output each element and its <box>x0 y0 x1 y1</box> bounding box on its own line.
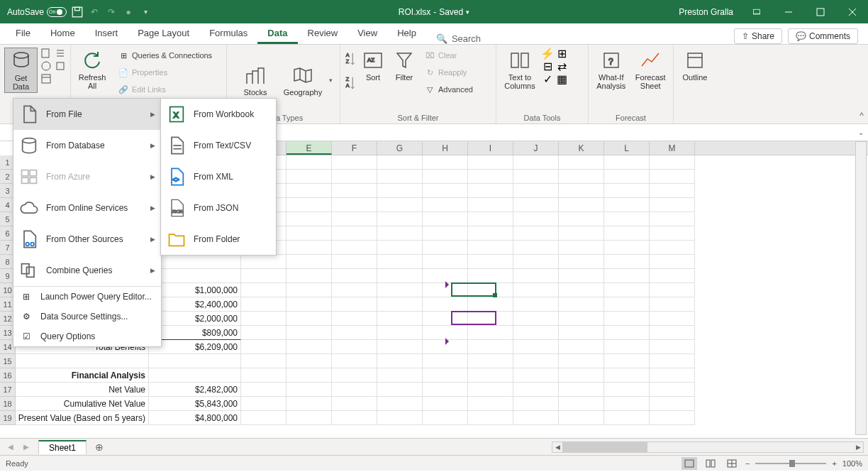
autosave-toggle[interactable]: AutoSave On <box>7 7 67 17</box>
cell[interactable] <box>241 383 286 397</box>
cell[interactable] <box>513 383 559 397</box>
menu-from-other[interactable]: From Other Sources▶ <box>13 224 161 255</box>
cell[interactable] <box>468 269 513 283</box>
zoom-level[interactable]: 100% <box>842 459 862 468</box>
cell[interactable] <box>241 283 286 297</box>
filter-button[interactable]: Filter <box>390 48 418 83</box>
zoom-out-button[interactable]: − <box>745 459 750 468</box>
normal-view-button[interactable] <box>681 457 697 470</box>
tab-data[interactable]: Data <box>257 23 297 44</box>
cell[interactable] <box>604 198 650 212</box>
consolidate-icon[interactable]: ⊞ <box>556 48 567 59</box>
cell[interactable] <box>604 368 650 383</box>
cell[interactable] <box>468 155 513 170</box>
cell[interactable] <box>650 226 695 241</box>
refresh-all-button[interactable]: Refresh All <box>75 48 109 92</box>
cell[interactable] <box>286 383 332 397</box>
cell[interactable] <box>604 340 650 354</box>
cell[interactable] <box>286 297 332 312</box>
cell[interactable] <box>377 368 423 383</box>
cell[interactable] <box>241 368 286 383</box>
remove-duplicates-icon[interactable]: ⊟ <box>542 60 553 72</box>
cell[interactable] <box>377 241 423 255</box>
cell[interactable]: $6,209,000 <box>149 340 241 354</box>
cell[interactable] <box>559 368 604 383</box>
tab-view[interactable]: View <box>347 23 387 44</box>
cell[interactable] <box>559 397 604 411</box>
cell[interactable] <box>513 226 559 241</box>
cell[interactable] <box>377 340 423 354</box>
get-data-button[interactable]: Get Data <box>4 48 38 93</box>
cell[interactable] <box>423 368 468 383</box>
cell[interactable] <box>604 226 650 241</box>
cell[interactable] <box>650 383 695 397</box>
cell[interactable] <box>332 226 377 241</box>
cell[interactable] <box>559 198 604 212</box>
formula-expand-icon[interactable]: ⌄ <box>858 128 864 136</box>
cell[interactable] <box>241 354 286 368</box>
cell[interactable] <box>286 241 332 255</box>
submenu-from-workbook[interactable]: X From Workbook <box>161 99 277 130</box>
cell[interactable] <box>468 170 513 184</box>
cell[interactable]: $4,800,000 <box>149 411 241 425</box>
cell[interactable] <box>468 283 513 297</box>
cell[interactable] <box>332 397 377 411</box>
share-button[interactable]: ⇧Share <box>734 28 782 44</box>
sheet-nav-prev[interactable]: ◀ <box>4 443 17 451</box>
cell[interactable] <box>377 184 423 198</box>
cell[interactable] <box>149 269 241 283</box>
cell[interactable] <box>423 184 468 198</box>
cell[interactable] <box>377 354 423 368</box>
cell[interactable] <box>286 155 332 170</box>
cell[interactable] <box>604 383 650 397</box>
cell[interactable]: $5,843,000 <box>149 397 241 411</box>
cell[interactable] <box>423 255 468 269</box>
saved-label[interactable]: Saved <box>439 7 463 17</box>
cell[interactable] <box>468 383 513 397</box>
stocks-button[interactable]: Stocks <box>234 62 277 98</box>
cell[interactable] <box>604 155 650 170</box>
submenu-from-json[interactable]: JSON From JSON <box>161 192 277 224</box>
cell[interactable] <box>286 170 332 184</box>
cell[interactable] <box>468 198 513 212</box>
submenu-from-folder[interactable]: From Folder <box>161 224 277 255</box>
cell[interactable] <box>332 155 377 170</box>
sort-za-icon[interactable]: ZA <box>345 72 356 94</box>
cell[interactable] <box>468 184 513 198</box>
cell[interactable] <box>377 155 423 170</box>
cell[interactable] <box>468 368 513 383</box>
cell[interactable] <box>286 326 332 340</box>
cell[interactable] <box>604 170 650 184</box>
cell[interactable] <box>468 397 513 411</box>
cell[interactable] <box>332 170 377 184</box>
cell[interactable] <box>513 283 559 297</box>
cell[interactable] <box>513 212 559 226</box>
column-header[interactable]: J <box>513 141 559 155</box>
cell[interactable] <box>377 397 423 411</box>
scrollbar-thumb[interactable] <box>562 442 647 452</box>
cell[interactable] <box>650 326 695 340</box>
datatypes-more-icon[interactable]: ▾ <box>329 77 333 84</box>
cell[interactable] <box>468 226 513 241</box>
ribbon-display-icon[interactable] <box>740 0 772 23</box>
cell[interactable] <box>513 411 559 425</box>
cell[interactable] <box>513 269 559 283</box>
cell[interactable] <box>286 198 332 212</box>
cell[interactable]: $2,000,000 <box>149 312 241 326</box>
undo-icon[interactable]: ↶ <box>88 6 101 18</box>
cell[interactable] <box>332 212 377 226</box>
row-header[interactable]: 17 <box>0 383 16 397</box>
cell[interactable] <box>149 368 241 383</box>
cell[interactable] <box>16 354 149 368</box>
tab-home[interactable]: Home <box>40 23 85 44</box>
cell[interactable] <box>650 411 695 425</box>
menu-from-database[interactable]: From Database▶ <box>13 130 161 161</box>
cell[interactable] <box>559 269 604 283</box>
add-sheet-button[interactable]: ⊕ <box>91 441 108 453</box>
cell[interactable] <box>559 354 604 368</box>
menu-query-options[interactable]: ☑ Query Options <box>13 326 161 346</box>
cell[interactable] <box>513 297 559 312</box>
flash-fill-icon[interactable]: ⚡ <box>542 48 553 59</box>
cell[interactable] <box>604 411 650 425</box>
cell[interactable] <box>468 326 513 340</box>
